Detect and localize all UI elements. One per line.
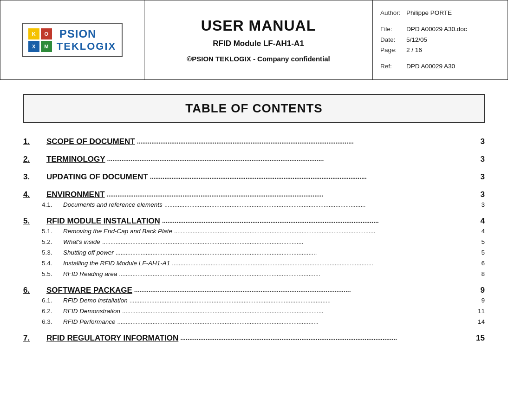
toc-title: TABLE OF CONTENTS <box>185 101 322 115</box>
main-title: USER MANUAL <box>201 17 316 34</box>
toc-dots-4: ........................................… <box>105 190 472 199</box>
toc-main-item-1: 1.SCOPE OF DOCUMENT.....................… <box>23 137 485 146</box>
toc-main-item-3: 3.UPDATING OF DOCUMENT..................… <box>23 172 485 182</box>
toc-dots-7: ........................................… <box>178 334 472 343</box>
toc-main-item-2: 2.TERMINOLOGY...........................… <box>23 155 485 164</box>
toc-dots-5: ........................................… <box>160 217 472 226</box>
toc-sub-num-6-3: 6.3. <box>42 318 63 325</box>
toc-page-6: 9 <box>472 286 485 295</box>
toc-sub-num-4-1: 4.1. <box>42 201 63 208</box>
toc-sub-page-5-5: 8 <box>472 270 485 277</box>
toc-sub-dots-6-3: ........................................… <box>116 318 472 326</box>
date-label: Date: <box>380 35 403 46</box>
toc-sub-item-4-1: 4.1.Documents and reference elements....… <box>23 201 485 209</box>
toc-num-2: 2. <box>23 155 46 164</box>
page-value: 2 / 16 <box>406 45 422 56</box>
toc-sub-page-4-1: 3 <box>472 201 485 208</box>
logo-sq-o: O <box>41 28 52 39</box>
toc-sub-label-5-1: Removing the End-Cap and Back Plate <box>63 228 172 235</box>
toc-dots-3: ........................................… <box>148 173 472 182</box>
toc-label-6: SOFTWARE PACKAGE <box>46 286 132 295</box>
toc-sub-dots-5-2: ........................................… <box>100 238 472 246</box>
brand-teklogix: TEKLOGIX <box>57 40 116 52</box>
toc-label-1: SCOPE OF DOCUMENT <box>46 137 135 146</box>
toc-dots-1: ........................................… <box>135 138 472 146</box>
logo-sq-m: M <box>41 41 52 52</box>
toc-sub-dots-5-3: ........................................… <box>114 249 472 257</box>
toc-label-3: UPDATING OF DOCUMENT <box>46 172 148 182</box>
toc-main-item-6: 6.SOFTWARE PACKAGE......................… <box>23 286 485 295</box>
toc-sub-label-5-3: Shutting off power <box>63 249 114 256</box>
toc-num-7: 7. <box>23 334 46 343</box>
page: K O X M PSION TEKLOGIX USER MANUAL RFID … <box>0 0 508 420</box>
toc-page-1: 3 <box>472 137 485 146</box>
toc-sub-item-6-3: 6.3.RFID Performance....................… <box>23 318 485 326</box>
toc-sub-label-5-2: What's inside <box>63 238 100 245</box>
meta-page-row: Page: 2 / 16 <box>380 45 500 56</box>
toc-dots-2: ........................................… <box>105 155 472 164</box>
toc-sub-item-5-2: 5.2.What's inside.......................… <box>23 238 485 246</box>
header-meta-cell: Author: Philippe PORTE File: DPD A00029 … <box>373 0 508 79</box>
toc-sub-dots-5-4: ........................................… <box>170 260 472 268</box>
toc-sub-item-5-4: 5.4.Installing the RFID Module LF-AH1-A1… <box>23 260 485 268</box>
toc-sub-dots-6-2: ........................................… <box>120 308 472 315</box>
toc-list: 1.SCOPE OF DOCUMENT.....................… <box>23 137 485 343</box>
author-value: Philippe PORTE <box>406 8 452 19</box>
header-title-cell: USER MANUAL RFID Module LF-AH1-A1 ©PSION… <box>144 0 373 79</box>
toc-sub-label-6-1: RFID Demo installation <box>63 297 128 304</box>
logo-cell: K O X M PSION TEKLOGIX <box>0 0 144 79</box>
toc-page-3: 3 <box>472 172 485 182</box>
logo-sq-k: K <box>28 28 39 39</box>
author-label: Author: <box>380 8 403 19</box>
toc-sub-page-6-2: 11 <box>472 308 485 315</box>
toc-sub-page-6-3: 14 <box>472 318 485 325</box>
logo-box: K O X M PSION TEKLOGIX <box>22 23 123 57</box>
file-label: File: <box>380 24 403 35</box>
ref-value: DPD A00029 A30 <box>406 61 455 72</box>
header: K O X M PSION TEKLOGIX USER MANUAL RFID … <box>0 0 508 80</box>
toc-num-4: 4. <box>23 190 46 199</box>
toc-sub-page-5-1: 4 <box>472 228 485 235</box>
toc-label-5: RFID MODULE INSTALLATION <box>46 217 160 226</box>
toc-page-7: 15 <box>472 334 485 343</box>
toc-num-3: 3. <box>23 172 46 182</box>
toc-sub-dots-5-5: ........................................… <box>117 270 472 278</box>
document-subtitle: RFID Module LF-AH1-A1 <box>213 39 304 48</box>
toc-sub-num-5-2: 5.2. <box>42 238 63 245</box>
toc-sub-item-6-1: 6.1.RFID Demo installation..............… <box>23 297 485 305</box>
file-value: DPD A00029 A30.doc <box>406 24 467 35</box>
toc-sub-num-5-1: 5.1. <box>42 228 63 235</box>
toc-sub-num-5-3: 5.3. <box>42 249 63 256</box>
toc-sub-num-5-4: 5.4. <box>42 260 63 267</box>
toc-label-4: ENVIRONMENT <box>46 190 105 199</box>
toc-page-2: 3 <box>472 155 485 164</box>
toc-sub-num-5-5: 5.5. <box>42 270 63 277</box>
toc-sub-page-5-4: 6 <box>472 260 485 267</box>
toc-num-1: 1. <box>23 137 46 146</box>
toc-sub-num-6-2: 6.2. <box>42 308 63 315</box>
toc-label-2: TERMINOLOGY <box>46 155 105 164</box>
toc-sub-item-6-2: 6.2.RFID Demonstration..................… <box>23 308 485 315</box>
confidential-label: ©PSION TEKLOGIX - Company confidential <box>187 55 330 63</box>
toc-sub-dots-6-1: ........................................… <box>128 297 472 305</box>
toc-main-item-5: 5.RFID MODULE INSTALLATION..............… <box>23 217 485 226</box>
toc-sub-page-5-2: 5 <box>472 238 485 245</box>
page-label: Page: <box>380 45 403 56</box>
meta-author-row: Author: Philippe PORTE <box>380 8 500 19</box>
toc-sub-label-6-3: RFID Performance <box>63 318 116 325</box>
toc-num-6: 6. <box>23 286 46 295</box>
toc-sub-num-6-1: 6.1. <box>42 297 63 304</box>
logo-sq-x: X <box>28 41 39 52</box>
toc-sub-item-5-5: 5.5.RFID Reading area...................… <box>23 270 485 278</box>
date-value: 5/12/05 <box>406 35 427 46</box>
toc-sub-label-6-2: RFID Demonstration <box>63 308 120 315</box>
toc-sub-label-5-4: Installing the RFID Module LF-AH1-A1 <box>63 260 170 267</box>
toc-page-4: 3 <box>472 190 485 199</box>
toc-box: TABLE OF CONTENTS <box>23 94 485 123</box>
toc-page-5: 4 <box>472 217 485 226</box>
toc-main-item-4: 4.ENVIRONMENT...........................… <box>23 190 485 199</box>
toc-sub-label-4-1: Documents and reference elements <box>63 201 163 208</box>
toc-sub-dots-5-1: ........................................… <box>172 228 472 236</box>
toc-dots-6: ........................................… <box>132 286 472 295</box>
toc-sub-page-6-1: 9 <box>472 297 485 304</box>
